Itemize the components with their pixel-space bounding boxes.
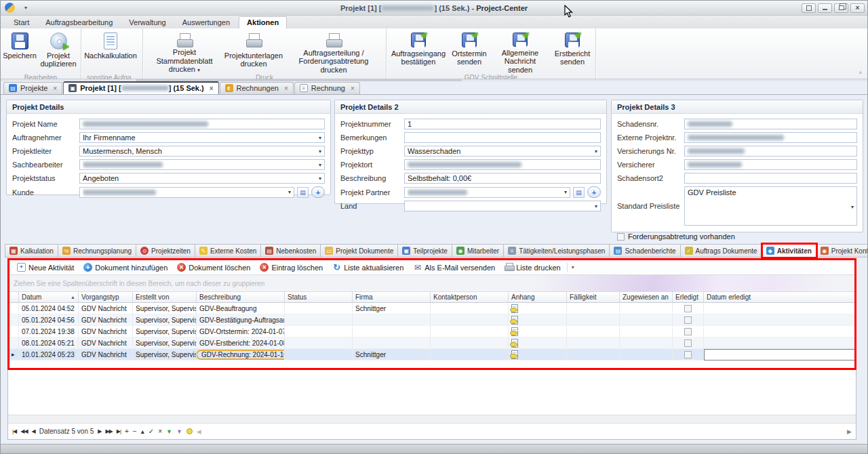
dropdown-arrow-icon[interactable] bbox=[316, 146, 324, 156]
ribbon-tab-aktionen[interactable]: Aktionen bbox=[239, 16, 287, 28]
dropdown-arrow-icon[interactable] bbox=[848, 204, 856, 210]
scroll-right-icon[interactable] bbox=[847, 428, 852, 435]
projektort-input[interactable] bbox=[404, 159, 601, 170]
table-row-selected[interactable]: 10.01.2024 05:23 GDV Nachricht Superviso… bbox=[8, 349, 856, 360]
close-tab-icon[interactable] bbox=[284, 85, 288, 92]
erledigt-checkbox[interactable] bbox=[684, 351, 692, 358]
dropdown-arrow-icon[interactable] bbox=[285, 188, 294, 197]
restore-button[interactable] bbox=[834, 3, 848, 13]
last-record-button[interactable] bbox=[117, 428, 121, 434]
quick-access-caret-icon[interactable]: ▾ bbox=[24, 5, 27, 11]
toolbar-more-button[interactable] bbox=[567, 263, 578, 272]
dokument-hinzufuegen-button[interactable]: Dokument hinzufügen bbox=[79, 262, 172, 273]
projektunterlagen-drucken-button[interactable]: Projektunterlagen drucken bbox=[224, 30, 283, 74]
tab-projekt-kontakte[interactable]: Projekt Kontakte bbox=[816, 244, 868, 257]
dropdown-arrow-icon[interactable] bbox=[316, 173, 324, 183]
column-header-erstellt-von[interactable]: Erstellt von bbox=[133, 292, 197, 302]
projektstatus-select[interactable]: Angeboten bbox=[79, 173, 325, 184]
projektnummer-input[interactable]: 1 bbox=[404, 119, 601, 129]
close-tab-icon[interactable] bbox=[351, 85, 355, 92]
dokument-loeschen-button[interactable]: Dokument löschen bbox=[172, 262, 255, 273]
column-header-zugewiesen-an[interactable]: Zugewiesen an bbox=[620, 292, 673, 302]
attachment-icon[interactable] bbox=[511, 350, 518, 359]
ribbon-tab-auftragsbearbeitung[interactable]: Auftragsbearbeitung bbox=[38, 17, 120, 28]
doc-tab-projekte[interactable]: Projekte bbox=[3, 82, 62, 94]
versicherer-input[interactable] bbox=[684, 159, 857, 170]
schadensort2-input[interactable] bbox=[684, 173, 857, 184]
auftragserteilung-drucken-button[interactable]: Auftragserteilung / Forderungsabtretung … bbox=[283, 30, 384, 74]
liste-drucken-button[interactable]: Liste drucken bbox=[500, 262, 565, 273]
dropdown-arrow-icon[interactable] bbox=[592, 146, 600, 156]
table-row[interactable]: 05.01.2024 04:52 GDV Nachricht Superviso… bbox=[8, 303, 856, 314]
dropdown-arrow-icon[interactable] bbox=[592, 201, 600, 211]
edit-record-button[interactable] bbox=[141, 428, 144, 435]
datum-erledigt-edit-cell[interactable] bbox=[704, 349, 856, 360]
history-icon[interactable] bbox=[186, 428, 193, 434]
allgemeine-nachricht-senden-button[interactable]: Allgemeine Nachricht senden bbox=[490, 30, 551, 74]
attachment-icon[interactable] bbox=[511, 339, 518, 348]
table-row[interactable]: 05.01.2024 04:56 GDV Nachricht Superviso… bbox=[8, 314, 856, 326]
column-header-erledigt[interactable]: Erledigt bbox=[673, 292, 704, 302]
add-partner-button[interactable] bbox=[587, 186, 601, 198]
column-header-beschreibung[interactable]: Beschreibung bbox=[197, 292, 285, 302]
projekttyp-select[interactable]: Wasserschaden bbox=[404, 146, 601, 157]
first-record-button[interactable] bbox=[12, 428, 16, 434]
projektleiter-select[interactable]: Mustermensch, Mensch bbox=[79, 146, 325, 157]
column-header-anhang[interactable]: Anhang bbox=[509, 292, 567, 302]
speichern-button[interactable]: Speichern bbox=[2, 30, 37, 74]
column-header-faelligkeit[interactable]: Fälligkeit bbox=[567, 292, 620, 302]
projekt-partner-select[interactable] bbox=[404, 187, 570, 198]
tab-externe-kosten[interactable]: Externe Kosten bbox=[195, 244, 261, 257]
sachbearbeiter-select[interactable] bbox=[79, 159, 325, 170]
scroll-left-icon[interactable] bbox=[197, 428, 201, 435]
next-page-button[interactable] bbox=[105, 428, 112, 434]
tab-projektzeiten[interactable]: Projektzeiten bbox=[136, 244, 195, 257]
als-email-versenden-button[interactable]: Als E-Mail versenden bbox=[408, 262, 500, 273]
attachment-icon[interactable] bbox=[511, 327, 518, 336]
post-edit-button[interactable] bbox=[149, 428, 154, 435]
liste-aktualisieren-button[interactable]: Liste aktualisieren bbox=[328, 262, 408, 273]
next-record-button[interactable] bbox=[98, 428, 101, 434]
projekt-name-input[interactable] bbox=[79, 119, 325, 129]
tab-nebenkosten[interactable]: Nebenkosten bbox=[261, 244, 321, 257]
filter-icon[interactable] bbox=[166, 428, 172, 435]
nachkalkulation-button[interactable]: Nachkalkulation bbox=[83, 30, 138, 74]
tab-teilprojekte[interactable]: Teilprojekte bbox=[398, 244, 452, 257]
kunde-select[interactable] bbox=[79, 187, 294, 198]
eintrag-loeschen-button[interactable]: Eintrag löschen bbox=[255, 262, 328, 273]
tab-schadenberichte[interactable]: Schadenberichte bbox=[610, 244, 680, 257]
projekt-duplizieren-button[interactable]: Projekt duplizieren bbox=[37, 30, 79, 74]
dropdown-arrow-icon[interactable] bbox=[561, 188, 570, 197]
beschreibung-input[interactable]: Selbstbehalt: 0,00€ bbox=[404, 173, 601, 184]
tab-projekt-dokumente[interactable]: Projekt Dokumente bbox=[321, 244, 398, 257]
cancel-edit-button[interactable] bbox=[158, 428, 162, 435]
ribbon-tab-verwaltung[interactable]: Verwaltung bbox=[121, 17, 173, 28]
erledigt-checkbox[interactable] bbox=[684, 305, 692, 312]
externe-projektnr-input[interactable] bbox=[684, 132, 857, 143]
forderungsabtretung-checkbox[interactable] bbox=[617, 233, 625, 241]
prev-record-button[interactable] bbox=[32, 428, 35, 434]
column-header-datum-erledigt[interactable]: Datum erledigt bbox=[704, 292, 856, 302]
horizontal-scrollbar[interactable] bbox=[8, 415, 856, 424]
delete-record-button[interactable] bbox=[133, 428, 137, 435]
column-header-vorgangstyp[interactable]: Vorgangstyp bbox=[79, 292, 133, 302]
tab-mitarbeiter[interactable]: Mitarbeiter bbox=[452, 244, 504, 257]
column-header-firma[interactable]: Firma bbox=[353, 292, 431, 302]
append-record-button[interactable] bbox=[125, 428, 129, 435]
erledigt-checkbox[interactable] bbox=[684, 328, 692, 335]
erledigt-checkbox[interactable] bbox=[684, 316, 692, 324]
doc-tab-rechnungen[interactable]: Rechnungen bbox=[220, 82, 294, 94]
auftragseingang-bestaetigen-button[interactable]: Auftragseingang bestätigen bbox=[388, 30, 449, 74]
ribbon-tab-start[interactable]: Start bbox=[6, 17, 37, 28]
stammdatenblatt-drucken-button[interactable]: Projekt Stammdatenblatt drucken bbox=[144, 30, 224, 74]
ribbon-tab-auswertungen[interactable]: Auswertungen bbox=[175, 17, 237, 28]
auftragnehmer-select[interactable]: Ihr Firmenname bbox=[79, 132, 325, 143]
pin-window-button[interactable] bbox=[802, 3, 816, 13]
tab-taetigkeiten[interactable]: Tätigkeiten/Leistungsphasen bbox=[504, 244, 610, 257]
attachment-icon[interactable] bbox=[511, 316, 518, 325]
versicherungsnr-input[interactable] bbox=[684, 146, 857, 157]
land-select[interactable] bbox=[404, 201, 601, 211]
dropdown-arrow-icon[interactable] bbox=[316, 133, 324, 142]
add-kunde-button[interactable] bbox=[311, 186, 325, 198]
erledigt-checkbox[interactable] bbox=[684, 339, 692, 347]
